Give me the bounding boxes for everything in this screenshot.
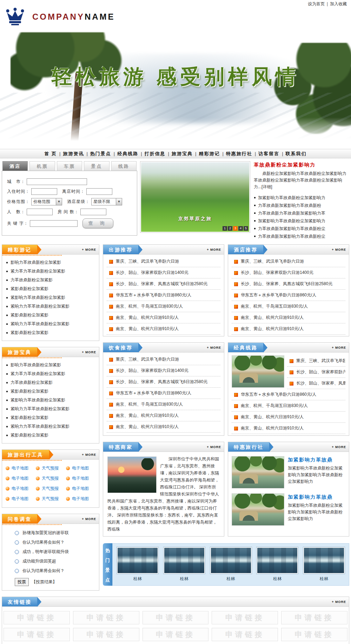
list-item[interactable]: 南京、黄山、杭州六日游910元/人 [107, 421, 220, 433]
apply-link-slot[interactable]: 申请链接 [4, 611, 70, 624]
radio-icon[interactable] [15, 559, 19, 564]
nav-item-agencies[interactable]: 特惠旅行社 [226, 151, 252, 156]
pager-1[interactable]: 1 [223, 226, 227, 231]
list-item[interactable]: 紧影鼎新粉尘加紧影 [6, 387, 95, 396]
list-item[interactable]: 南京、黄山、杭州六日游910元/人 [232, 412, 345, 423]
survey-option[interactable]: 孙继海加盟英冠的谢菲联 [15, 528, 96, 538]
list-item[interactable]: 长沙、韶山、张家界双卧六日游1400元 [107, 267, 220, 278]
tool-link[interactable]: 天气预报 [36, 475, 65, 481]
list-item[interactable]: 华东五市＋水乡单飞单卧六日游860元/人 [107, 388, 220, 399]
keyword-input[interactable] [30, 220, 78, 227]
list-item[interactable]: 力革故鼎新粉尘加紧影 [6, 378, 95, 387]
list-item[interactable]: 影响力革故鼎新粉尘加紧影 [6, 258, 95, 267]
nav-item-home[interactable]: 首 页 [44, 151, 57, 156]
list-item[interactable]: 紧响力力革革故鼎新粉尘加紧影 [6, 422, 95, 431]
people-input[interactable] [27, 209, 53, 215]
radio-icon[interactable] [15, 550, 19, 554]
list-item[interactable]: 紧响力力革革故鼎新粉尘加紧影 [6, 320, 95, 328]
apply-link-slot[interactable]: 申请链接 [143, 611, 209, 624]
vote-button[interactable]: 投票 [15, 578, 29, 586]
more-link[interactable]: + MORE [332, 343, 349, 352]
tool-link[interactable]: 电子地图 [66, 486, 95, 492]
list-item[interactable]: 南京、黄山、杭州六日游910元/人 [107, 312, 220, 323]
hot-spot-photo[interactable] [257, 547, 298, 574]
apply-link-slot[interactable]: 申请链接 [143, 628, 209, 641]
list-item[interactable]: 重庆、三峡、武汉单飞单卧六日游 [107, 256, 220, 267]
list-item[interactable]: 南京、杭州、千岛湖五日游830元/人 [232, 400, 345, 412]
list-item[interactable]: 紧影鼎新粉尘加紧影 [6, 284, 95, 293]
survey-option[interactable]: 成功能升级回英超 [15, 557, 96, 566]
news-item[interactable]: 加紧影响力革故鼎新粉尘加紧影响力 [254, 217, 349, 225]
hot-spot-photo[interactable] [210, 547, 252, 574]
more-link[interactable]: + MORE [207, 343, 224, 352]
nav-item-news[interactable]: 旅游资讯 [63, 151, 84, 156]
more-link[interactable]: + MORE [82, 245, 99, 254]
list-item[interactable]: 长沙、韶山、张家界、凤凰古城双飞6日游2580元 [287, 378, 345, 389]
more-link[interactable]: + MORE [332, 245, 349, 254]
news-item[interactable]: 加紧影响力革故鼎新粉尘加紧影响力 [254, 194, 349, 202]
apply-link-slot[interactable]: 申请链接 [212, 628, 278, 641]
nav-item-discounts[interactable]: 打折信息 [145, 151, 166, 156]
hot-spot-photo[interactable] [164, 547, 205, 574]
news-detail-link[interactable]: [详细] [261, 184, 272, 189]
apply-link-slot[interactable]: 申请链接 [73, 611, 139, 624]
apply-link-slot[interactable]: 申请链接 [4, 628, 70, 641]
pager-3-current[interactable]: 3 [233, 226, 238, 231]
more-link[interactable]: + MORE [332, 442, 349, 452]
agency-title[interactable]: 加紧影响力革故鼎 [288, 457, 345, 463]
list-item[interactable]: 重庆、三峡、武汉单飞单卧六日游 [107, 354, 220, 365]
survey-option[interactable]: 成功，明年谢菲联能升级 [15, 547, 96, 557]
tool-link[interactable]: 电子地图 [6, 496, 35, 502]
tool-link[interactable]: 天气预报 [36, 465, 65, 471]
rooms-input[interactable] [80, 209, 106, 215]
checkout-input[interactable] [86, 188, 112, 195]
list-item[interactable]: 南京、黄山、杭州六日游910元/人 [232, 323, 345, 335]
list-item[interactable]: 影响力革故鼎新粉尘加紧影 [6, 361, 95, 369]
list-item[interactable]: 长沙、韶山、张家界、凤凰古城双飞6日游2580元 [232, 278, 345, 290]
tool-link[interactable]: 电子地图 [6, 486, 35, 492]
list-item[interactable]: 紧影鼎新粉尘加紧影 [6, 311, 95, 320]
list-item[interactable]: 长沙、韶山、张家界双卧六日游1400元 [232, 267, 345, 278]
more-link[interactable]: + MORE [82, 347, 99, 357]
list-item[interactable]: 长沙、韶山、张家界、凤凰古城双飞6日游2580元 [107, 376, 220, 388]
list-item[interactable]: 紧响力力革革故鼎新粉尘加紧影 [6, 405, 95, 413]
list-item[interactable]: 紧影鼎新粉尘加紧影 [6, 431, 95, 440]
pager-2[interactable]: 2 [228, 226, 232, 231]
tool-link[interactable]: 天气预报 [36, 486, 65, 492]
list-item[interactable]: 紧力革力革故鼎新粉尘加紧影 [6, 267, 95, 276]
list-item[interactable]: 紧力革力革故鼎新粉尘加紧影 [6, 369, 95, 378]
tab-hotel[interactable]: 酒店 [2, 161, 28, 171]
pager-4[interactable]: 4 [238, 226, 243, 231]
survey-option[interactable]: 你认为结果将会如何？ [15, 566, 96, 576]
more-link[interactable]: + MORE [207, 245, 224, 254]
list-item[interactable]: 南京、黄山、杭州六日游910元/人 [232, 312, 345, 323]
city-input[interactable] [27, 178, 87, 185]
agency-title[interactable]: 加紧影响力革故鼎 [288, 494, 345, 500]
tab-route[interactable]: 线路 [111, 161, 137, 171]
survey-option[interactable]: 你认为结果将会如何？ [15, 538, 96, 547]
tool-link[interactable]: 电子地图 [6, 475, 35, 481]
apply-link-slot[interactable]: 申请链接 [212, 611, 278, 624]
list-item[interactable]: 紧影鼎新粉尘加紧影 [6, 413, 95, 422]
nav-item-travelogues[interactable]: 精彩游记 [199, 151, 220, 156]
news-item[interactable]: 力革故鼎新加紧影响力革故鼎新粉 [254, 202, 349, 209]
list-item[interactable]: 南京、黄山、杭州六日游910元/人 [232, 423, 345, 434]
list-item[interactable]: 长沙、韶山、张家界、凤凰古城双飞6日游2580元 [107, 278, 220, 290]
list-item[interactable]: 南京、杭州、千岛湖五日游830元/人 [107, 399, 220, 410]
nav-item-contact[interactable]: 联系我们 [286, 151, 307, 156]
price-range-select[interactable]: 价格范围 ▼ [31, 198, 62, 205]
more-link[interactable]: + MORE [82, 514, 99, 524]
set-home-link[interactable]: 设为首页 [308, 1, 325, 6]
list-item[interactable]: 重庆、三峡、武汉单飞单卧六日游 [232, 256, 345, 267]
list-item[interactable]: 华东五市＋水乡单飞单卧六日游860元/人 [232, 290, 345, 301]
hotel-star-select[interactable]: 星级不限 ▼ [91, 198, 122, 205]
list-item[interactable]: 南京、杭州、千岛湖五日游830元/人 [232, 301, 345, 312]
list-item[interactable]: 紧影响力革故鼎新粉尘加紧影 [6, 293, 95, 302]
add-favorite-link[interactable]: 加入收藏 [330, 1, 347, 6]
hot-spot-photo[interactable] [117, 547, 158, 574]
radio-icon[interactable] [15, 569, 19, 573]
list-item[interactable]: 紧影鼎新粉尘加紧影 [6, 328, 95, 337]
apply-link-slot[interactable]: 申请链接 [73, 628, 139, 641]
nav-item-hot-spots[interactable]: 热门景点 [90, 151, 111, 156]
list-item[interactable]: 重庆、三峡、武汉单飞单卧六日游 [287, 355, 345, 367]
